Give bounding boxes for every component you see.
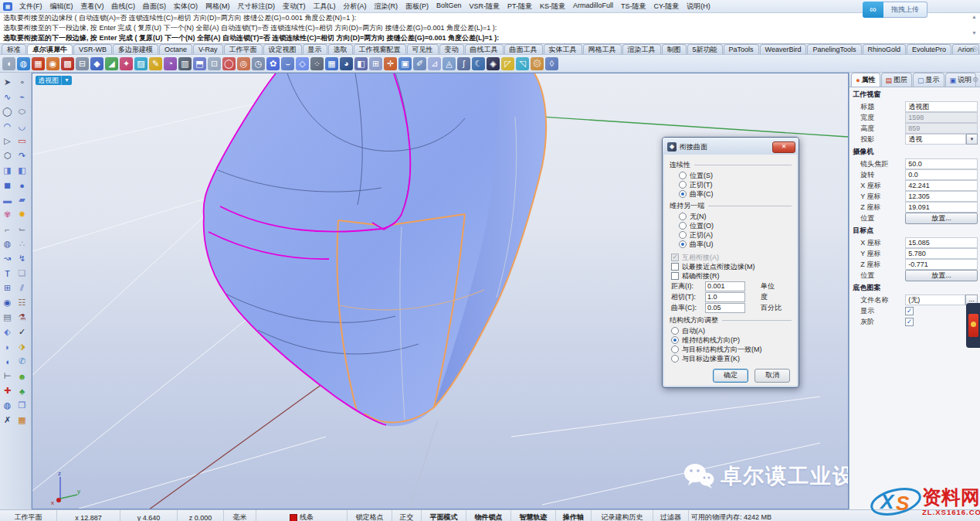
- command-prompt[interactable]: 选取要衔接至的下一段边缘, 按 Enter 完成 ( 复原(U) 下一个(N) …: [0, 33, 980, 43]
- radio-option[interactable]: 正切(T): [679, 180, 792, 189]
- toolbar-icon[interactable]: ▥: [178, 57, 192, 70]
- toolbar-tab[interactable]: 设定视图: [263, 44, 302, 54]
- toolbar-tab[interactable]: 工作平面: [224, 44, 263, 54]
- palette-icon[interactable]: ∿: [1, 90, 14, 104]
- close-button[interactable]: ✕: [772, 141, 795, 153]
- panel-tab-显示[interactable]: ▢显示: [913, 73, 944, 87]
- palette-icon[interactable]: ▷: [1, 135, 14, 148]
- palette-icon[interactable]: ⚗: [15, 311, 29, 324]
- viewport-title-tab[interactable]: 透视图 ▼: [36, 76, 72, 85]
- menu-item[interactable]: KS-随意: [536, 1, 569, 12]
- menu-item[interactable]: 曲线(C): [108, 1, 140, 12]
- status-cell[interactable]: 物件锁点: [466, 510, 511, 521]
- menu-item[interactable]: PT-随意: [504, 1, 536, 12]
- toolbar-icon[interactable]: ◢: [105, 57, 118, 70]
- toolbar-icon[interactable]: ⁘: [310, 57, 324, 70]
- match-surface-dialog[interactable]: ◆ 衔接曲面 ✕ 连续性位置(S)正切(T)曲率(C) 维持另一端无(N)位置(…: [662, 137, 799, 388]
- property-value[interactable]: 15.085: [905, 237, 978, 248]
- property-value[interactable]: 42.241: [905, 180, 978, 191]
- toolbar-icon[interactable]: ✎: [149, 57, 162, 70]
- radio-option[interactable]: 与目标结构线方向一致(M): [671, 345, 792, 354]
- panel-tab-属性[interactable]: ●属性: [851, 73, 880, 87]
- toolbar-tab[interactable]: 显示: [303, 44, 327, 54]
- property-value[interactable]: -0.771: [905, 259, 978, 270]
- palette-icon[interactable]: ✚: [1, 384, 14, 397]
- menu-item[interactable]: 面板(P): [402, 1, 432, 12]
- palette-icon[interactable]: ⬡: [1, 149, 14, 162]
- palette-icon[interactable]: ↯: [15, 252, 29, 265]
- palette-icon[interactable]: ◡: [15, 120, 29, 133]
- menu-item[interactable]: 说明(H): [683, 1, 714, 12]
- scroll-down-icon[interactable]: ▼: [970, 30, 978, 36]
- toolbar-tab[interactable]: 选取: [328, 44, 353, 54]
- dialog-title-bar[interactable]: ◆ 衔接曲面 ✕: [663, 138, 799, 155]
- menu-item[interactable]: 渲染(R): [371, 1, 402, 12]
- promo-gift-badge[interactable]: [966, 303, 980, 348]
- palette-icon[interactable]: ⊞: [1, 281, 14, 295]
- toolbar-icon[interactable]: ◧: [354, 57, 368, 70]
- radio-option[interactable]: 与目标边缘垂直(K): [671, 354, 792, 363]
- palette-icon[interactable]: ◧: [15, 164, 29, 177]
- radio-icon[interactable]: [671, 336, 679, 344]
- property-value[interactable]: 透视图: [905, 101, 978, 112]
- palette-icon[interactable]: ⬖: [1, 325, 14, 339]
- palette-icon[interactable]: ✾: [1, 208, 14, 221]
- toolbar-tab[interactable]: 卓尔谟犀牛: [27, 44, 73, 54]
- toolbar-icon[interactable]: ⌣: [281, 57, 294, 70]
- toolbar-tab[interactable]: 变动: [439, 44, 464, 54]
- menu-item[interactable]: 网格(M): [202, 1, 234, 12]
- toolbar-tab[interactable]: 实体工具: [544, 44, 582, 54]
- palette-icon[interactable]: ⌁: [15, 90, 29, 104]
- palette-icon[interactable]: ⊢: [1, 369, 14, 383]
- toolbar-icon[interactable]: ▦: [325, 57, 338, 70]
- toolbar-icon[interactable]: ◬: [443, 57, 456, 70]
- palette-icon[interactable]: ◨: [1, 164, 14, 177]
- property-value[interactable]: 透视: [905, 134, 966, 145]
- toolbar-tab[interactable]: 渲染工具: [622, 44, 661, 54]
- toolbar-tab[interactable]: Octane: [159, 44, 192, 54]
- toolbar-icon[interactable]: ◯: [222, 57, 236, 70]
- radio-icon[interactable]: [679, 190, 687, 198]
- menu-item[interactable]: 变动(T): [279, 1, 310, 12]
- menu-item[interactable]: 尺寸标注(D): [234, 1, 280, 12]
- palette-icon[interactable]: ↝: [1, 252, 14, 265]
- viewport-menu-icon[interactable]: ▼: [61, 76, 70, 85]
- toolbar-icon[interactable]: ⊞: [369, 57, 382, 70]
- cancel-button[interactable]: 取消: [754, 369, 790, 383]
- toolbar-tab[interactable]: V-Ray: [193, 44, 223, 54]
- radio-option[interactable]: 正切(A): [679, 230, 792, 240]
- toolbar-tab[interactable]: RhinoGold: [863, 44, 907, 54]
- palette-icon[interactable]: ▬: [1, 193, 14, 206]
- tab-options-icon[interactable]: ◎: [972, 45, 978, 53]
- radio-option[interactable]: 位置(O): [679, 221, 792, 230]
- property-value[interactable]: 12.305: [905, 191, 978, 202]
- panel-tab-图层[interactable]: ▤图层: [881, 73, 913, 87]
- toolbar-tab[interactable]: 多边形建模: [113, 44, 158, 54]
- status-cell[interactable]: 正交: [392, 510, 422, 521]
- palette-icon[interactable]: ▭: [15, 135, 29, 148]
- palette-icon[interactable]: ◍: [1, 237, 14, 250]
- radio-option[interactable]: 曲率(C): [679, 189, 792, 199]
- toolbar-tab[interactable]: 5新功能: [687, 44, 723, 54]
- radio-icon[interactable]: [679, 172, 687, 179]
- palette-icon[interactable]: ◯: [1, 105, 14, 118]
- status-cell[interactable]: 操作轴: [556, 510, 592, 521]
- palette-icon[interactable]: ⌐: [1, 223, 14, 236]
- palette-icon[interactable]: ✸: [15, 208, 29, 221]
- property-value[interactable]: 0.0: [905, 169, 978, 180]
- palette-icon[interactable]: ∴: [15, 237, 29, 250]
- toolbar-icon[interactable]: ◸: [501, 57, 514, 70]
- menu-item[interactable]: TS-随意: [617, 1, 650, 12]
- toolbar-icon[interactable]: ◎: [237, 57, 250, 70]
- checkbox[interactable]: ✓: [905, 307, 914, 315]
- toolbar-icon[interactable]: ʃ: [457, 57, 470, 70]
- menu-item[interactable]: 编辑(E): [46, 1, 77, 12]
- palette-icon[interactable]: ▰: [15, 193, 29, 206]
- palette-icon[interactable]: ✗: [1, 414, 14, 427]
- palette-icon[interactable]: ➤: [1, 76, 14, 89]
- toolbar-icon[interactable]: ▨: [134, 57, 148, 70]
- menu-item[interactable]: 曲面(S): [139, 1, 170, 12]
- status-cell[interactable]: 智慧轨迹: [511, 510, 556, 521]
- radio-option[interactable]: 曲率(U): [679, 240, 792, 249]
- place-button[interactable]: 放置...: [905, 213, 978, 224]
